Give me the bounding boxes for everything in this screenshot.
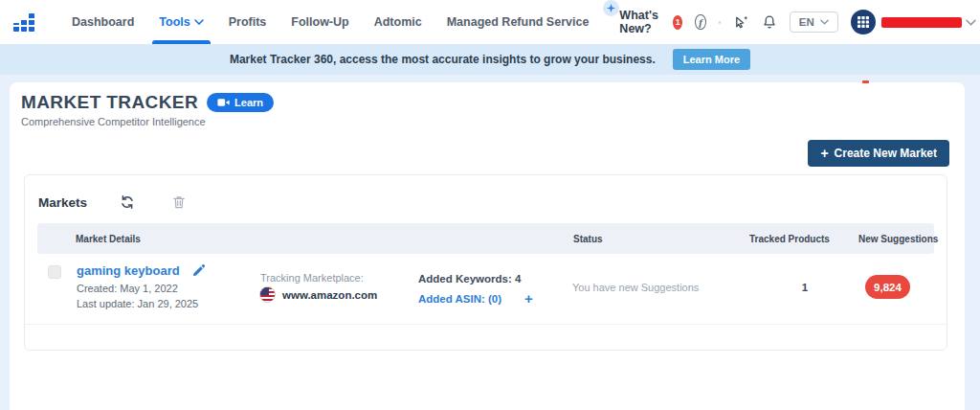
promo-banner-text: Market Tracker 360, access the most accu… — [230, 53, 656, 66]
tracking-marketplace-label: Tracking Marketplace: — [260, 272, 364, 284]
navbar-right: What's New? 1 f EN — [619, 9, 975, 35]
red-artifact — [862, 80, 869, 83]
trash-icon[interactable] — [171, 194, 187, 210]
column-market-details: Market Details — [76, 234, 141, 244]
page-subtitle: Comprehensive Competitor Intelligence — [21, 116, 953, 127]
last-update-date: Last update: Jan 29, 2025 — [77, 298, 198, 309]
main-menu: Dashboard Tools Profits Follow-Up Adtomi… — [59, 0, 619, 44]
row-checkbox[interactable] — [48, 265, 61, 279]
table-header: Market Details Status Tracked Products N… — [37, 223, 934, 254]
nav-item-managed-refund-service[interactable]: Managed Refund Service — [434, 0, 602, 44]
nav-item-follow-up[interactable]: Follow-Up — [278, 0, 361, 44]
facebook-icon[interactable]: f — [695, 14, 705, 30]
chevron-down-icon — [820, 19, 829, 25]
sparkle-icon[interactable] — [603, 0, 619, 16]
market-name-link[interactable]: gaming keyboard — [77, 263, 180, 278]
active-tab-underline — [152, 40, 210, 44]
column-tracked-products: Tracked Products — [749, 234, 830, 244]
markets-card-header: Markets — [25, 175, 947, 223]
added-keywords: Added Keywords: 4 — [418, 273, 521, 285]
app-grid-avatar-icon — [851, 10, 876, 34]
status-text: You have new Suggestions — [572, 282, 699, 293]
marketplace-group: www.amazon.com — [259, 286, 377, 303]
market-name-group: gaming keyboard — [77, 263, 206, 278]
separator-dot — [719, 21, 721, 24]
refresh-icon[interactable] — [120, 194, 135, 210]
nav-item-tools[interactable]: Tools — [146, 0, 215, 44]
page-title: MARKET TRACKER — [21, 92, 198, 113]
whats-new-badge: 1 — [673, 15, 682, 30]
top-navbar: Dashboard Tools Profits Follow-Up Adtomi… — [0, 0, 980, 44]
markets-title: Markets — [38, 195, 87, 210]
bell-icon[interactable] — [762, 14, 777, 30]
create-new-market-button[interactable]: + Create New Market — [808, 140, 949, 167]
app-logo-icon[interactable] — [13, 13, 34, 32]
nav-item-profits[interactable]: Profits — [216, 0, 279, 44]
redacted-username — [881, 17, 962, 28]
cursor-tour-icon[interactable] — [733, 14, 749, 31]
table-row: gaming keyboard Created: May 1, 2022 Las… — [25, 254, 947, 325]
column-status: Status — [573, 234, 603, 244]
plus-icon: + — [820, 147, 828, 160]
learn-video-button[interactable]: Learn — [207, 93, 274, 112]
new-suggestions-badge[interactable]: 9,824 — [865, 275, 910, 299]
chevron-down-icon — [966, 19, 976, 26]
content-panel: MARKET TRACKER Learn Comprehensive Compe… — [10, 82, 965, 410]
whats-new-button[interactable]: What's New? 1 — [619, 9, 682, 35]
marketplace-domain: www.amazon.com — [282, 289, 377, 301]
create-button-label: Create New Market — [835, 147, 937, 160]
created-date: Created: May 1, 2022 — [77, 283, 178, 294]
chevron-down-icon — [194, 19, 204, 25]
whats-new-label: What's New? — [619, 9, 668, 35]
page-header: MARKET TRACKER Learn — [21, 92, 953, 113]
learn-button-label: Learn — [234, 97, 263, 108]
nav-label: Follow-Up — [291, 15, 348, 29]
promo-banner: Market Tracker 360, access the most accu… — [0, 44, 980, 75]
markets-card: Markets Market Details Status — [24, 174, 947, 351]
edit-pencil-icon[interactable] — [191, 263, 206, 278]
added-asin-link[interactable]: Added ASIN: (0) — [418, 293, 501, 305]
tracked-products-value: 1 — [771, 282, 838, 293]
nav-label: Profits — [229, 15, 267, 29]
main-area: MARKET TRACKER Learn Comprehensive Compe… — [0, 75, 980, 410]
nav-label: Adtomic — [374, 15, 422, 29]
nav-item-adtomic[interactable]: Adtomic — [362, 0, 434, 44]
facebook-letter: f — [699, 16, 702, 28]
column-new-suggestions: New Suggestions — [858, 234, 938, 244]
learn-more-button[interactable]: Learn More — [673, 49, 750, 70]
nav-label: Managed Refund Service — [447, 15, 590, 29]
video-camera-icon — [217, 98, 230, 107]
us-flag-icon — [259, 286, 276, 303]
nav-item-dashboard[interactable]: Dashboard — [59, 0, 146, 44]
nav-label: Dashboard — [72, 15, 134, 29]
nav-label: Tools — [159, 15, 189, 29]
profile-menu[interactable] — [851, 10, 976, 34]
added-asin-group: Added ASIN: (0) + — [418, 291, 533, 306]
language-selector[interactable]: EN — [790, 11, 838, 33]
language-value: EN — [799, 16, 814, 28]
add-asin-plus-icon[interactable]: + — [524, 291, 533, 306]
